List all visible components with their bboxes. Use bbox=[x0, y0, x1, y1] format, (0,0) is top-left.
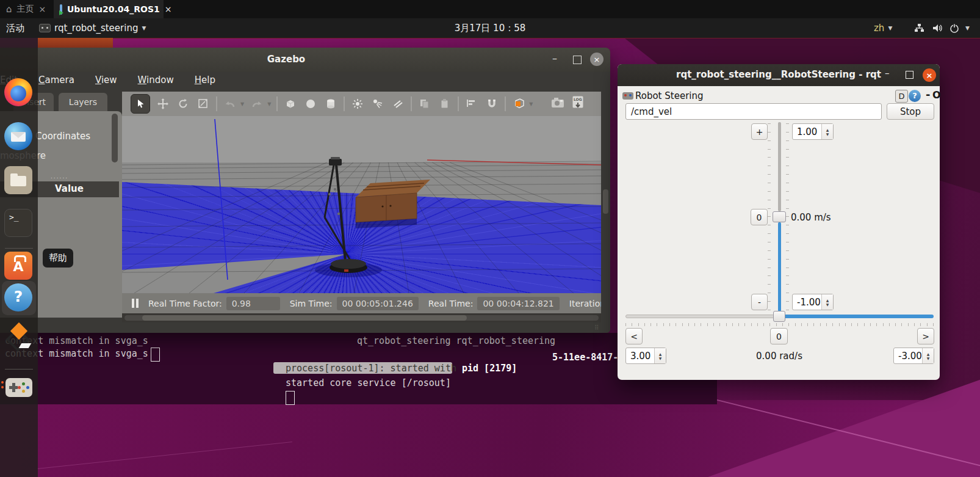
app-window-icon bbox=[39, 24, 51, 32]
redo-icon[interactable] bbox=[250, 96, 264, 111]
linear-max-spinbox[interactable]: 1.00 ▲▼ bbox=[792, 123, 834, 140]
angular-right-button[interactable]: > bbox=[917, 328, 934, 344]
dock-thunderbird-icon[interactable] bbox=[4, 122, 34, 151]
plugin-minimize-button[interactable]: - bbox=[926, 88, 930, 101]
point-light-icon[interactable] bbox=[350, 96, 365, 111]
linear-readout: 0.00 m/s bbox=[791, 212, 831, 223]
tab-home[interactable]: ⌂ 主页 × bbox=[0, 0, 52, 18]
move-tool-icon[interactable] bbox=[156, 96, 170, 111]
value-header-label: Value bbox=[55, 183, 84, 194]
clock[interactable]: 3月17日 10：58 bbox=[429, 18, 551, 38]
plugin-help-button[interactable]: ? bbox=[909, 90, 921, 102]
topic-value: /cmd_vel bbox=[631, 106, 672, 117]
angular-slider-track-left[interactable] bbox=[625, 315, 779, 318]
linear-min-spinbox[interactable]: -1.00 ▲▼ bbox=[792, 294, 834, 310]
menu-view[interactable]: View bbox=[95, 75, 117, 86]
menu-window[interactable]: Window bbox=[138, 75, 174, 86]
angular-min-spinbox[interactable]: -3.00 ▲▼ bbox=[893, 348, 934, 364]
plugin-close-button[interactable]: O bbox=[932, 89, 941, 101]
screenshot-icon[interactable] bbox=[551, 96, 566, 111]
snap-magnet-icon[interactable] bbox=[485, 96, 499, 111]
select-tool-icon[interactable] bbox=[131, 94, 150, 114]
pause-button[interactable] bbox=[132, 299, 139, 308]
gazebo-3d-viewport[interactable] bbox=[122, 116, 601, 293]
dock-rqt-gamepad-icon[interactable] bbox=[4, 375, 34, 404]
linear-slider-track-upper[interactable] bbox=[778, 122, 781, 211]
angular-slider-handle[interactable] bbox=[773, 311, 785, 322]
tab-layers[interactable]: Layers bbox=[59, 93, 107, 111]
minimize-button[interactable]: – bbox=[552, 53, 557, 64]
paste-icon[interactable] bbox=[438, 96, 452, 111]
spinbox-arrows[interactable]: ▲▼ bbox=[821, 294, 833, 310]
cylinder-shape-icon[interactable] bbox=[323, 96, 338, 111]
dock-ubuntu-software-icon[interactable]: A bbox=[4, 252, 34, 281]
spot-light-icon[interactable] bbox=[370, 96, 385, 111]
undo-icon[interactable] bbox=[223, 96, 237, 111]
gazebo-titlebar[interactable]: Gazebo – × bbox=[0, 48, 610, 72]
directional-light-icon[interactable] bbox=[391, 96, 405, 111]
tab-vm[interactable]: Ubuntu20.04_ROS1 × bbox=[54, 0, 164, 18]
sphere-shape-icon[interactable] bbox=[303, 96, 318, 111]
menu-help[interactable]: Help bbox=[195, 75, 215, 86]
plugin-dock-button[interactable]: D bbox=[895, 90, 908, 103]
box-shape-icon[interactable] bbox=[283, 96, 298, 111]
menu-camera[interactable]: Camera bbox=[38, 75, 74, 86]
scrollbar-thumb[interactable] bbox=[603, 189, 608, 214]
undo-caret-icon[interactable]: ▼ bbox=[240, 101, 244, 107]
real-time-value: 00 00:04:12.821 bbox=[477, 297, 559, 310]
angular-max-spinbox[interactable]: 3.00 ▲▼ bbox=[625, 348, 666, 364]
linear-min-value: -1.00 bbox=[797, 297, 821, 308]
system-menu-caret-icon[interactable]: ▼ bbox=[965, 18, 970, 38]
minimize-button[interactable]: – bbox=[885, 68, 890, 79]
clock-label: 3月17日 10：58 bbox=[455, 23, 526, 34]
close-button[interactable]: × bbox=[923, 68, 936, 82]
dock: >_ A ? bbox=[0, 38, 38, 477]
power-icon[interactable] bbox=[949, 18, 959, 38]
redo-caret-icon[interactable]: ▼ bbox=[267, 101, 271, 107]
spinbox-arrows[interactable]: ▲▼ bbox=[821, 124, 833, 139]
topic-input[interactable]: /cmd_vel bbox=[625, 103, 882, 120]
activities-button[interactable]: 活动 bbox=[6, 18, 24, 38]
linear-slider-track-lower[interactable] bbox=[778, 222, 781, 311]
align-icon[interactable] bbox=[464, 96, 479, 111]
network-icon[interactable] bbox=[914, 18, 924, 38]
linear-slider-handle[interactable] bbox=[773, 211, 786, 222]
copy-icon[interactable] bbox=[417, 96, 432, 111]
spinbox-arrows[interactable]: ▲▼ bbox=[654, 348, 666, 363]
volume-icon[interactable] bbox=[932, 18, 943, 38]
angular-zero-button[interactable]: 0 bbox=[770, 328, 788, 344]
close-button[interactable]: × bbox=[590, 53, 603, 66]
stop-button[interactable]: Stop bbox=[887, 103, 934, 120]
scale-tool-icon[interactable] bbox=[196, 96, 211, 111]
view-angle-caret-icon[interactable]: ▼ bbox=[529, 101, 533, 107]
panel-scrollbar[interactable] bbox=[112, 114, 118, 162]
terminal-window[interactable]: context mismatch in svga_s qt_robot_stee… bbox=[0, 333, 717, 404]
angular-slider-track-right[interactable] bbox=[779, 315, 934, 318]
tab-close-icon[interactable]: × bbox=[39, 4, 46, 14]
spinbox-arrows[interactable]: ▲▼ bbox=[922, 348, 934, 363]
scrollbar-thumb[interactable] bbox=[142, 315, 467, 321]
dock-terminal-icon[interactable]: >_ bbox=[4, 209, 34, 238]
linear-zero-button[interactable]: 0 bbox=[751, 209, 768, 225]
viewport-right-scrollbar[interactable] bbox=[601, 116, 610, 293]
dock-gazebo-icon[interactable] bbox=[4, 324, 34, 353]
rqt-titlebar[interactable]: rqt_robot_steering__RobotSteering - rqt … bbox=[618, 64, 940, 86]
sim-time-label: Sim Time: bbox=[290, 299, 333, 308]
dock-files-icon[interactable] bbox=[4, 166, 34, 195]
resize-grip[interactable]: ⠿ bbox=[594, 324, 599, 331]
input-method-indicator[interactable]: zh ▼ bbox=[874, 18, 892, 38]
angular-left-button[interactable]: < bbox=[625, 328, 643, 344]
dock-help-icon[interactable]: ? bbox=[4, 283, 34, 313]
linear-plus-button[interactable]: + bbox=[751, 123, 768, 140]
tab-close-icon[interactable]: × bbox=[165, 4, 172, 14]
maximize-button[interactable] bbox=[573, 56, 582, 64]
maximize-button[interactable] bbox=[906, 71, 913, 79]
linear-minus-button[interactable]: - bbox=[751, 294, 768, 310]
rotate-tool-icon[interactable] bbox=[176, 96, 190, 111]
app-menu[interactable]: rqt_robot_steering ▼ bbox=[39, 18, 146, 38]
view-angle-icon[interactable] bbox=[511, 96, 526, 111]
terminal-line-dim: process[rosout-1]: started with bbox=[286, 363, 462, 374]
log-record-icon[interactable]: LOG bbox=[571, 95, 586, 112]
viewport-h-scrollbar[interactable] bbox=[122, 313, 601, 322]
dock-firefox-icon[interactable] bbox=[4, 78, 34, 107]
